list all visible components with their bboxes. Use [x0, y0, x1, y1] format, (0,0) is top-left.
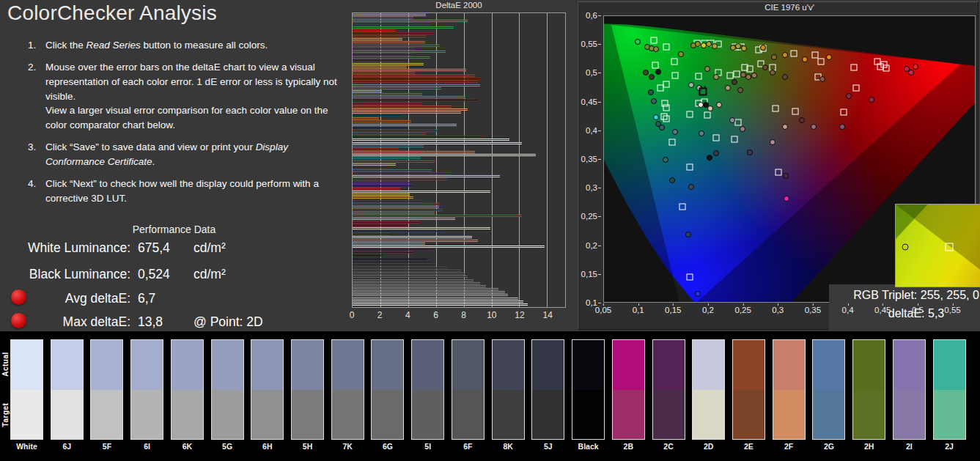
error-bar[interactable]: [353, 84, 480, 86]
error-bar[interactable]: [353, 111, 461, 114]
comparator-swatch-5F[interactable]: [90, 339, 123, 440]
error-bar[interactable]: [353, 66, 407, 68]
error-bar[interactable]: [353, 196, 413, 199]
error-bar[interactable]: [353, 267, 447, 269]
comparator-swatch-7K[interactable]: [331, 339, 364, 440]
error-bar[interactable]: [353, 17, 413, 19]
target-point[interactable]: [712, 135, 719, 141]
error-bar[interactable]: [353, 127, 407, 129]
error-bar[interactable]: [353, 291, 505, 293]
error-bar[interactable]: [353, 246, 545, 248]
measured-point[interactable]: [782, 52, 788, 58]
measured-point[interactable]: [672, 129, 678, 135]
error-bar[interactable]: [353, 99, 478, 101]
measured-point[interactable]: [669, 177, 675, 183]
comparator-swatch-6I[interactable]: [130, 339, 163, 440]
target-point[interactable]: [734, 70, 740, 77]
target-point[interactable]: [772, 106, 778, 112]
measured-point[interactable]: [699, 130, 704, 136]
target-point[interactable]: [663, 115, 670, 122]
comparator-swatch-2I[interactable]: [893, 339, 926, 440]
measured-point[interactable]: [741, 45, 747, 51]
measured-point[interactable]: [908, 70, 914, 75]
comparator-swatch-2C[interactable]: [652, 339, 685, 440]
comparator-swatch-5I[interactable]: [411, 339, 444, 440]
error-bar[interactable]: [353, 14, 426, 16]
error-bar[interactable]: [353, 175, 500, 177]
measured-point[interactable]: [740, 126, 745, 132]
error-bar[interactable]: [353, 124, 457, 126]
selected-target-point[interactable]: [699, 87, 707, 95]
error-bar[interactable]: [353, 45, 440, 47]
error-bar[interactable]: [353, 56, 430, 59]
error-bar[interactable]: [353, 20, 468, 22]
error-bar[interactable]: [353, 78, 480, 80]
comparator-swatch-8K[interactable]: [492, 339, 525, 440]
comparator-swatch-2J[interactable]: [933, 339, 966, 440]
error-bar[interactable]: [353, 93, 422, 95]
error-bar[interactable]: [353, 254, 382, 257]
error-bar[interactable]: [353, 26, 454, 29]
error-bar[interactable]: [353, 151, 475, 153]
target-point[interactable]: [663, 104, 670, 111]
measured-point[interactable]: [747, 150, 753, 155]
error-bar[interactable]: [353, 108, 468, 111]
error-bar[interactable]: [353, 72, 415, 74]
error-bar[interactable]: [353, 300, 523, 303]
error-bar[interactable]: [353, 203, 440, 205]
target-point[interactable]: [651, 37, 657, 43]
comparator-swatch-6F[interactable]: [452, 339, 485, 440]
error-bar[interactable]: [353, 279, 474, 281]
error-bar[interactable]: [353, 23, 430, 25]
error-bar[interactable]: [353, 209, 443, 211]
error-bar[interactable]: [353, 288, 498, 290]
error-bar[interactable]: [353, 29, 396, 32]
measured-point[interactable]: [771, 54, 777, 60]
error-bar[interactable]: [353, 261, 430, 263]
comparator-swatch-2H[interactable]: [852, 339, 885, 440]
error-bar[interactable]: [353, 169, 432, 172]
error-bar[interactable]: [353, 285, 486, 287]
target-point[interactable]: [696, 73, 702, 79]
measured-point[interactable]: [725, 85, 731, 91]
comparator-swatch-6K[interactable]: [171, 339, 204, 440]
error-bar[interactable]: [353, 96, 465, 98]
measured-point[interactable]: [653, 46, 659, 52]
measured-point[interactable]: [659, 125, 665, 130]
error-bar[interactable]: [353, 81, 478, 83]
error-bar[interactable]: [353, 243, 425, 245]
error-bar[interactable]: [353, 191, 490, 193]
comparator-swatch-2F[interactable]: [773, 339, 806, 440]
measured-point[interactable]: [819, 76, 825, 82]
measured-point[interactable]: [737, 87, 743, 93]
target-point[interactable]: [775, 169, 782, 175]
measured-point[interactable]: [846, 93, 852, 99]
error-bar[interactable]: [353, 240, 478, 242]
error-bar[interactable]: [353, 148, 399, 150]
error-bar[interactable]: [353, 193, 410, 196]
error-bar[interactable]: [353, 63, 424, 65]
measured-point[interactable]: [716, 102, 722, 108]
measured-point[interactable]: [782, 124, 788, 130]
error-bar[interactable]: [353, 172, 452, 174]
measured-point[interactable]: [729, 117, 735, 123]
comparator-swatch-5G[interactable]: [211, 339, 244, 440]
measured-point[interactable]: [760, 45, 766, 51]
measured-point[interactable]: [713, 74, 719, 80]
error-bar[interactable]: [353, 188, 401, 190]
comparator-swatch-5H[interactable]: [291, 339, 324, 440]
error-bar[interactable]: [353, 75, 475, 77]
error-bar[interactable]: [353, 69, 466, 71]
measured-point[interactable]: [783, 173, 789, 179]
error-bar[interactable]: [353, 227, 490, 229]
comparator-swatch-5J[interactable]: [531, 339, 564, 440]
measured-point[interactable]: [653, 114, 659, 120]
measured-point[interactable]: [707, 106, 713, 111]
error-bar[interactable]: [353, 185, 413, 187]
error-bar[interactable]: [353, 130, 438, 132]
target-point[interactable]: [686, 111, 693, 118]
comparator-swatch-2D[interactable]: [692, 339, 725, 440]
error-bar[interactable]: [353, 276, 468, 278]
measured-point[interactable]: [802, 56, 808, 62]
measured-point[interactable]: [826, 54, 832, 60]
